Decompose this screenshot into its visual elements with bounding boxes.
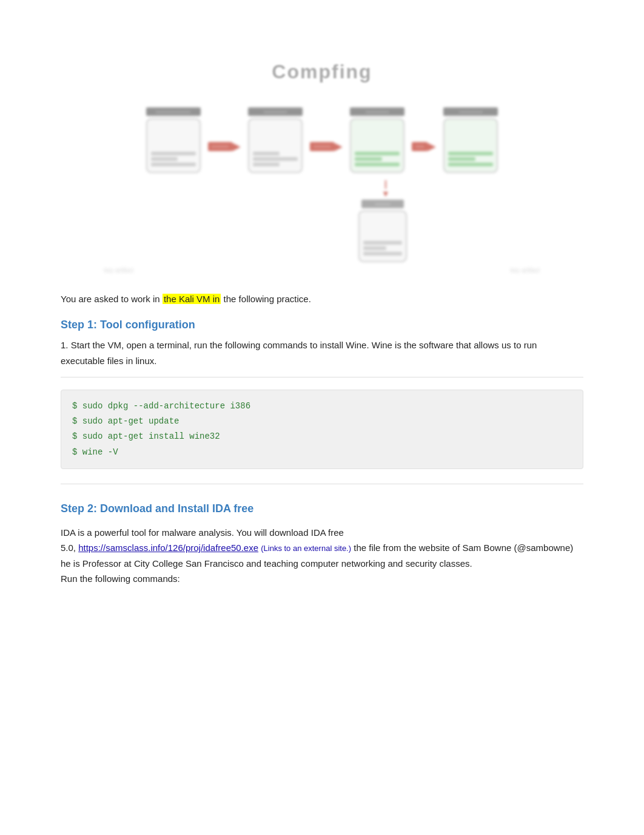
code-line-3: $ sudo apt-get install wine32 xyxy=(72,429,572,444)
diagram-node-4: ────── xyxy=(443,107,498,173)
arrow-2: ──── ▶ xyxy=(310,140,343,153)
code-line-1: $ sudo dpkg --add-architecture i386 xyxy=(72,399,572,414)
step1-heading: Step 1: Tool configuration xyxy=(61,319,583,331)
diagram-caption-4: key artifact xyxy=(498,267,552,274)
diagram-node-2: ────── xyxy=(248,107,303,173)
arrow-down: ▼ xyxy=(381,180,390,198)
step1-text: 1. Start the VM, open a terminal, run th… xyxy=(61,337,583,368)
code-block-1: $ sudo dpkg --add-architecture i386 $ su… xyxy=(61,390,583,469)
arrow-3: ── ▶ xyxy=(412,140,436,153)
code-line-4: $ wine -V xyxy=(72,445,572,460)
page-title: Compfing xyxy=(61,61,583,83)
highlight-kali: the Kali VM in xyxy=(163,294,221,304)
intro-text: You are asked to work in the Kali VM in … xyxy=(61,292,583,306)
arrow-1: ──── ▶ xyxy=(208,140,241,153)
diagram-node-3: ────── xyxy=(350,107,404,173)
separator-2 xyxy=(61,484,583,484)
diagram-caption-2 xyxy=(227,267,281,274)
separator-1 xyxy=(61,377,583,377)
diagram-node-1: ───────── xyxy=(146,107,201,173)
diagram-node-bottom: ──── xyxy=(358,200,407,262)
step2-text: IDA is a powerful tool for malware analy… xyxy=(61,525,583,587)
code-line-2: $ sudo apt-get update xyxy=(72,414,572,429)
link-note: (Links to an external site.) xyxy=(261,544,351,553)
ida-link[interactable]: https://samsclass.info/126/proj/idafree5… xyxy=(78,543,258,553)
diagram-caption-3 xyxy=(363,267,417,274)
diagram-caption-1: key artifact xyxy=(92,267,146,274)
step2-heading: Step 2: Download and Install IDA free xyxy=(61,502,583,515)
diagram-container: ───────── ──── ▶ ────── ──── ▶ xyxy=(61,107,583,274)
